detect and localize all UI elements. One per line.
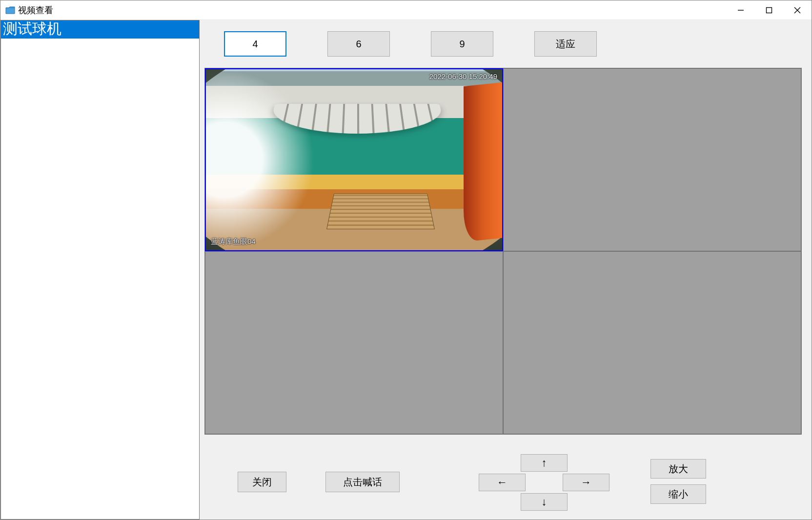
camera-list-sidebar[interactable]: 测试球机: [0, 20, 200, 520]
video-grid-wrap: 2022-06-30 15:20:49 蓝涛库鱼眼04: [200, 68, 812, 435]
ptz-left-button[interactable]: ←: [479, 474, 526, 491]
layout-4-button[interactable]: 4: [224, 31, 286, 57]
bottom-controls: 关闭 点击喊话 ↑ ← → ↓ 放大 缩小: [200, 445, 812, 514]
feed-orange-column: [464, 81, 502, 242]
camera-list-item[interactable]: 测试球机: [1, 20, 199, 39]
maximize-button[interactable]: [755, 0, 783, 20]
video-grid: 2022-06-30 15:20:49 蓝涛库鱼眼04: [204, 68, 802, 435]
app-icon: [5, 6, 15, 14]
close-stream-button[interactable]: 关闭: [238, 472, 286, 492]
video-cell-2[interactable]: [503, 68, 801, 251]
close-button[interactable]: [783, 0, 812, 20]
video-feed: 2022-06-30 15:20:49 蓝涛库鱼眼04: [206, 69, 502, 250]
right-panel: 4 6 9 适应 2022-06-30 15:20:49 蓝涛库鱼眼04: [200, 20, 812, 520]
osd-timestamp: 2022-06-30 15:20:49: [429, 72, 497, 80]
layout-toolbar: 4 6 9 适应: [200, 20, 812, 68]
svg-rect-1: [767, 7, 772, 13]
zoom-out-button[interactable]: 缩小: [650, 484, 706, 504]
feed-pallets: [326, 194, 435, 230]
minimize-button[interactable]: [727, 0, 755, 20]
ptz-down-button[interactable]: ↓: [521, 493, 568, 511]
video-cell-1[interactable]: 2022-06-30 15:20:49 蓝涛库鱼眼04: [205, 68, 503, 251]
window-title: 视频查看: [18, 4, 53, 16]
window-controls: [727, 0, 812, 20]
video-cell-3[interactable]: [205, 251, 503, 434]
fit-button[interactable]: 适应: [534, 31, 597, 57]
layout-9-button[interactable]: 9: [431, 31, 493, 57]
osd-camera-name: 蓝涛库鱼眼04: [211, 237, 256, 246]
video-cell-4[interactable]: [503, 251, 801, 434]
main: 测试球机 4 6 9 适应 2022-06-30 15:20:49 蓝涛库: [0, 20, 812, 520]
layout-6-button[interactable]: 6: [327, 31, 390, 57]
ptz-up-button[interactable]: ↑: [521, 454, 568, 472]
ptz-right-button[interactable]: →: [563, 474, 609, 491]
titlebar: 视频查看: [0, 0, 812, 20]
push-to-talk-button[interactable]: 点击喊话: [325, 472, 400, 492]
zoom-in-button[interactable]: 放大: [650, 459, 706, 479]
titlebar-left: 视频查看: [5, 4, 53, 16]
